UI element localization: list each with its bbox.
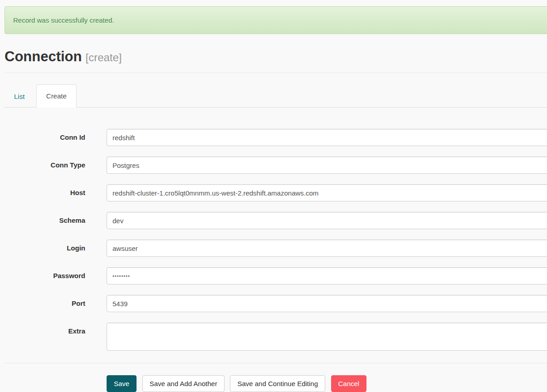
cancel-button[interactable]: Cancel xyxy=(331,375,367,392)
password-input[interactable] xyxy=(107,267,547,284)
login-input[interactable] xyxy=(107,240,547,257)
form-row-extra: Extra xyxy=(0,323,547,353)
port-label: Port xyxy=(0,295,85,312)
conn-id-input[interactable] xyxy=(107,129,547,146)
tab-list-link[interactable]: List xyxy=(5,85,34,108)
tab-create[interactable]: Create xyxy=(36,84,77,108)
form-actions: Save Save and Add Another Save and Conti… xyxy=(107,375,547,392)
form-row-port: Port xyxy=(0,295,547,312)
success-alert-message: Record was successfully created. xyxy=(13,16,114,24)
host-label: Host xyxy=(0,184,85,201)
port-controls xyxy=(107,295,547,312)
host-input[interactable] xyxy=(107,184,547,201)
conn-id-label: Conn Id xyxy=(0,129,85,146)
extra-textarea[interactable] xyxy=(107,323,547,351)
connection-form: Conn Id Conn Type Host Schema Login xyxy=(0,129,547,353)
conn-type-select[interactable] xyxy=(107,157,547,174)
conn-type-label: Conn Type xyxy=(0,157,85,174)
login-controls xyxy=(107,240,547,257)
form-row-conn-id: Conn Id xyxy=(0,129,547,146)
form-row-login: Login xyxy=(0,240,547,257)
form-row-password: Password xyxy=(0,267,547,284)
tab-list[interactable]: List xyxy=(5,85,34,108)
conn-type-controls xyxy=(107,157,547,174)
schema-input[interactable] xyxy=(107,212,547,229)
conn-id-controls xyxy=(107,129,547,146)
extra-controls xyxy=(107,323,547,353)
tab-create-link[interactable]: Create xyxy=(36,84,77,108)
login-label: Login xyxy=(0,240,85,257)
save-button[interactable]: Save xyxy=(107,375,137,392)
page-title-text: Connection xyxy=(5,49,82,64)
password-label: Password xyxy=(0,267,85,284)
tab-bar: List Create xyxy=(5,84,547,108)
form-row-host: Host xyxy=(0,184,547,201)
password-controls xyxy=(107,267,547,284)
page-title: Connection[create] xyxy=(5,47,547,68)
title-divider xyxy=(5,73,547,73)
footer-divider xyxy=(5,363,547,363)
extra-label: Extra xyxy=(0,323,85,353)
form-row-conn-type: Conn Type xyxy=(0,157,547,174)
save-and-continue-editing-button[interactable]: Save and Continue Editing xyxy=(230,375,325,392)
form-row-schema: Schema xyxy=(0,212,547,229)
page: Record was successfully created. Connect… xyxy=(0,6,547,392)
schema-controls xyxy=(107,212,547,229)
save-and-add-another-button[interactable]: Save and Add Another xyxy=(142,375,225,392)
schema-label: Schema xyxy=(0,212,85,229)
port-input[interactable] xyxy=(107,295,547,312)
success-alert: Record was successfully created. xyxy=(5,6,547,34)
host-controls xyxy=(107,184,547,201)
page-subtitle: [create] xyxy=(86,51,122,64)
